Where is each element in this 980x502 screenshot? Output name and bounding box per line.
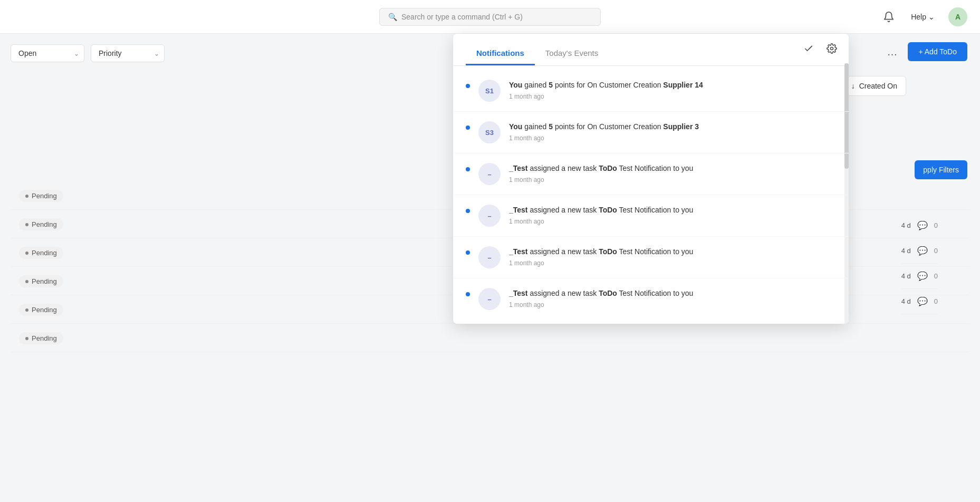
status-dot bbox=[25, 280, 28, 283]
avatar[interactable]: A bbox=[948, 7, 967, 26]
help-button[interactable]: Help ⌄ bbox=[906, 9, 940, 24]
help-label: Help bbox=[911, 13, 926, 21]
notif-text: _Test assigned a new task ToDo Test Noti… bbox=[509, 288, 836, 299]
comment-icon: 💬 bbox=[917, 296, 928, 306]
notification-item: – _Test assigned a new task ToDo Test No… bbox=[453, 237, 849, 278]
notif-content: _Test assigned a new task ToDo Test Noti… bbox=[509, 205, 836, 225]
notification-item: – _Test assigned a new task ToDo Test No… bbox=[453, 278, 849, 320]
status-label: Pending bbox=[32, 192, 57, 200]
notif-text: You gained 5 points for On Customer Crea… bbox=[509, 80, 836, 91]
notification-list: S1 You gained 5 points for On Customer C… bbox=[453, 66, 849, 324]
notif-time: 1 month ago bbox=[509, 301, 836, 308]
header: 🔍 Search or type a command (Ctrl + G) He… bbox=[0, 0, 980, 34]
status-dot bbox=[25, 252, 28, 255]
notif-time: 1 month ago bbox=[509, 93, 836, 100]
data-row: 4 d 💬 0 bbox=[901, 264, 938, 289]
status-badge: Pending bbox=[19, 332, 63, 344]
bell-icon[interactable] bbox=[880, 8, 897, 25]
notification-settings-button[interactable] bbox=[823, 40, 840, 57]
notification-item: S3 You gained 5 points for On Customer C… bbox=[453, 112, 849, 153]
data-row: 4 d 💬 0 bbox=[901, 289, 938, 314]
search-icon: 🔍 bbox=[388, 13, 397, 21]
notif-content: _Test assigned a new task ToDo Test Noti… bbox=[509, 288, 836, 308]
notification-tabs: Notifications Today's Events bbox=[453, 34, 849, 66]
priority-filter[interactable]: Priority High Medium Low bbox=[91, 44, 165, 62]
notif-avatar: S1 bbox=[478, 80, 501, 102]
tab-notifications[interactable]: Notifications bbox=[466, 42, 535, 65]
unread-dot bbox=[466, 167, 470, 171]
unread-dot bbox=[466, 126, 470, 130]
comment-icon: 💬 bbox=[917, 246, 928, 256]
status-badge: Pending bbox=[19, 190, 63, 202]
created-on-label: Created On bbox=[859, 82, 897, 90]
apply-filters-button[interactable]: pply Filters bbox=[915, 160, 967, 179]
status-label: Pending bbox=[32, 220, 57, 228]
notif-time: 1 month ago bbox=[509, 259, 836, 267]
notif-avatar: – bbox=[478, 205, 501, 227]
row-data-right: 4 d 💬 0 4 d 💬 0 4 d 💬 0 4 d 💬 0 bbox=[901, 213, 938, 314]
notif-content: You gained 5 points for On Customer Crea… bbox=[509, 121, 836, 142]
notification-actions bbox=[800, 40, 840, 57]
status-dot bbox=[25, 223, 28, 226]
notif-avatar: – bbox=[478, 246, 501, 268]
comment-count: 0 bbox=[934, 247, 938, 255]
notif-text: _Test assigned a new task ToDo Test Noti… bbox=[509, 246, 836, 257]
notification-panel: Notifications Today's Events bbox=[453, 34, 849, 324]
mark-all-read-button[interactable] bbox=[800, 40, 817, 57]
notif-avatar: S3 bbox=[478, 121, 501, 143]
notification-item: – _Test assigned a new task ToDo Test No… bbox=[453, 195, 849, 237]
time-value: 4 d bbox=[901, 297, 911, 305]
status-label: Pending bbox=[32, 306, 57, 314]
comment-icon: 💬 bbox=[917, 271, 928, 281]
unread-dot bbox=[466, 209, 470, 213]
more-options-icon[interactable]: … bbox=[882, 44, 901, 60]
status-label: Pending bbox=[32, 334, 57, 342]
notif-avatar: – bbox=[478, 163, 501, 185]
add-todo-button[interactable]: + Add ToDo bbox=[908, 42, 967, 61]
status-badge: Pending bbox=[19, 304, 63, 316]
notif-content: _Test assigned a new task ToDo Test Noti… bbox=[509, 163, 836, 184]
comment-count: 0 bbox=[934, 272, 938, 280]
status-dot bbox=[25, 195, 28, 198]
data-row: 4 d 💬 0 bbox=[901, 238, 938, 264]
time-value: 4 d bbox=[901, 247, 911, 255]
status-badge: Pending bbox=[19, 218, 63, 230]
status-badge: Pending bbox=[19, 275, 63, 287]
notif-time: 1 month ago bbox=[509, 218, 836, 225]
search-placeholder: Search or type a command (Ctrl + G) bbox=[401, 13, 523, 21]
notif-content: You gained 5 points for On Customer Crea… bbox=[509, 80, 836, 100]
notif-text: You gained 5 points for On Customer Crea… bbox=[509, 121, 836, 132]
priority-filter-wrapper: Priority High Medium Low bbox=[91, 44, 165, 62]
status-filter[interactable]: Open Closed bbox=[11, 44, 84, 62]
comment-icon: 💬 bbox=[917, 220, 928, 230]
status-dot bbox=[25, 337, 28, 340]
comment-count: 0 bbox=[934, 297, 938, 305]
tab-today-events[interactable]: Today's Events bbox=[535, 42, 609, 65]
sort-icon: ↓ bbox=[851, 82, 855, 90]
unread-dot bbox=[466, 84, 470, 88]
notif-content: _Test assigned a new task ToDo Test Noti… bbox=[509, 246, 836, 267]
notif-text: _Test assigned a new task ToDo Test Noti… bbox=[509, 163, 836, 174]
notification-item: – _Test assigned a new task ToDo Test No… bbox=[453, 153, 849, 195]
notif-text: _Test assigned a new task ToDo Test Noti… bbox=[509, 205, 836, 216]
svg-point-0 bbox=[831, 47, 833, 50]
table-row: Pending bbox=[11, 325, 969, 352]
time-value: 4 d bbox=[901, 272, 911, 280]
created-on-column-header[interactable]: ↓ Created On bbox=[842, 76, 906, 96]
status-badge: Pending bbox=[19, 247, 63, 259]
header-right: Help ⌄ A bbox=[880, 7, 967, 26]
chevron-down-icon: ⌄ bbox=[928, 13, 935, 21]
search-bar[interactable]: 🔍 Search or type a command (Ctrl + G) bbox=[379, 8, 601, 26]
notif-avatar: – bbox=[478, 288, 501, 310]
right-toolbar: … + Add ToDo bbox=[882, 42, 967, 61]
status-filter-wrapper: Open Closed bbox=[11, 44, 84, 62]
notif-time: 1 month ago bbox=[509, 176, 836, 184]
data-row: 4 d 💬 0 bbox=[901, 213, 938, 238]
status-label: Pending bbox=[32, 249, 57, 257]
notif-time: 1 month ago bbox=[509, 134, 836, 142]
unread-dot bbox=[466, 250, 470, 255]
unread-dot bbox=[466, 292, 470, 296]
time-value: 4 d bbox=[901, 221, 911, 229]
status-dot bbox=[25, 308, 28, 312]
comment-count: 0 bbox=[934, 221, 938, 229]
